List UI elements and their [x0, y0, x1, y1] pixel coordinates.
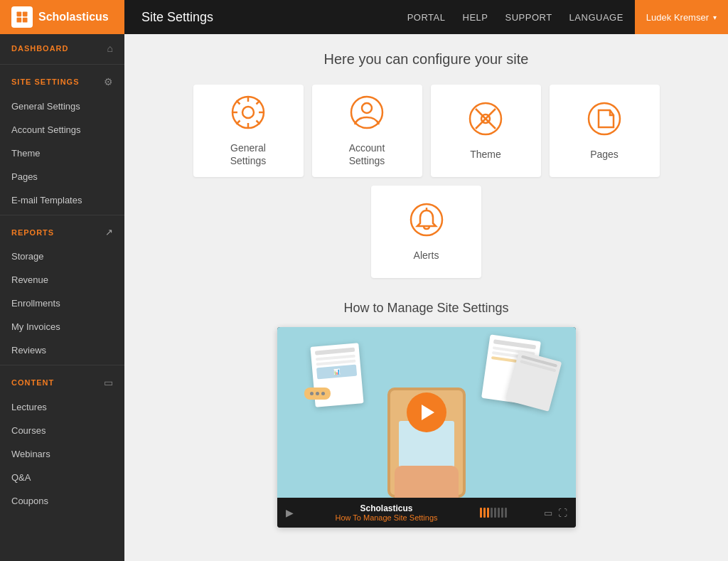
svg-point-5: [242, 107, 254, 118]
content-area: Here you can configure your site: [124, 34, 728, 561]
video-thumbnail: 📊: [277, 327, 576, 498]
app-name: Scholasticus: [38, 11, 109, 23]
settings-cards: GeneralSettings AccountSettings: [141, 85, 711, 278]
card-theme-label: Theme: [470, 148, 501, 161]
video-section-title: How to Manage Site Settings: [141, 301, 711, 316]
progress-bar-5: [494, 508, 496, 518]
sidebar-section-site-settings: SITE SETTINGS ⚙ General Settings Account…: [0, 68, 124, 212]
sidebar-item-coupons[interactable]: Coupons: [0, 489, 124, 513]
video-progress[interactable]: [480, 508, 537, 518]
progress-bar-3: [487, 508, 489, 518]
sidebar-item-reviews[interactable]: Reviews: [0, 338, 124, 362]
card-theme[interactable]: Theme: [431, 85, 541, 177]
card-pages[interactable]: Pages: [550, 85, 660, 177]
divider-2: [0, 215, 124, 215]
sidebar-header-reports[interactable]: REPORTS ↗: [0, 218, 124, 245]
sidebar-item-general-settings[interactable]: General Settings: [0, 95, 124, 118]
card-account-settings[interactable]: AccountSettings: [312, 85, 422, 177]
divider-1: [0, 64, 124, 65]
svg-rect-1: [23, 12, 28, 17]
user-menu[interactable]: Ludek Kremser ▾: [635, 0, 728, 34]
sidebar-item-qa[interactable]: Q&A: [0, 466, 124, 489]
configure-title: Here you can configure your site: [141, 51, 711, 68]
svg-rect-3: [23, 18, 28, 23]
video-subtitle: How To Manage Site Settings: [301, 513, 473, 522]
video-play-button[interactable]: [407, 392, 446, 432]
video-section: How to Manage Site Settings: [141, 301, 711, 528]
sidebar-item-my-invoices[interactable]: My Invoices: [0, 315, 124, 338]
video-fullscreen-icon[interactable]: ⛶: [558, 508, 567, 518]
sidebar-item-enrollments[interactable]: Enrollments: [0, 292, 124, 315]
card-pages-label: Pages: [590, 148, 619, 161]
card-general-settings[interactable]: GeneralSettings: [193, 85, 304, 177]
logo-area: Scholasticus: [0, 0, 124, 34]
sidebar-header-content[interactable]: CONTENT ▭: [0, 368, 124, 395]
top-navbar: Scholasticus Site Settings PORTAL HELP S…: [0, 0, 728, 34]
sidebar-header-dashboard[interactable]: DASHBOARD ⌂: [0, 34, 124, 61]
card-account-settings-label: AccountSettings: [349, 141, 385, 167]
page-title: Site Settings: [141, 10, 213, 24]
user-name: Ludek Kremser: [646, 12, 709, 23]
card-alerts-label: Alerts: [414, 249, 439, 262]
sidebar-header-site-settings[interactable]: SITE SETTINGS ⚙: [0, 68, 124, 95]
sidebar-section-dashboard: DASHBOARD ⌂: [0, 34, 124, 61]
theme-icon: [468, 101, 503, 139]
svg-point-15: [362, 103, 372, 113]
video-info: Scholasticus How To Manage Site Settings: [301, 503, 473, 522]
sidebar-item-webinars[interactable]: Webinars: [0, 442, 124, 466]
main-layout: DASHBOARD ⌂ SITE SETTINGS ⚙ General Sett…: [0, 34, 728, 561]
card-general-settings-label: GeneralSettings: [230, 141, 267, 167]
progress-bar-8: [505, 508, 507, 518]
nav-support[interactable]: SUPPORT: [505, 12, 552, 23]
dashboard-label: DASHBOARD: [11, 44, 69, 53]
sidebar-item-email-templates[interactable]: E-mail Templates: [0, 188, 124, 212]
logo-icon: [11, 6, 33, 28]
sidebar-item-revenue[interactable]: Revenue: [0, 268, 124, 292]
sidebar-item-theme[interactable]: Theme: [0, 141, 124, 165]
nav-help[interactable]: HELP: [463, 12, 488, 23]
video-screen-icon[interactable]: ▭: [544, 508, 552, 518]
video-controls: ▶ Scholasticus How To Manage Site Settin…: [277, 498, 576, 528]
reports-label: REPORTS: [11, 228, 54, 237]
video-container: 📊: [277, 327, 576, 528]
home-icon: ⌂: [107, 43, 113, 54]
user-chevron-icon: ▾: [713, 14, 717, 21]
pages-icon: [587, 101, 622, 139]
video-control-icons: ▭ ⛶: [544, 508, 567, 518]
sidebar-section-reports: REPORTS ↗ Storage Revenue Enrollments My…: [0, 218, 124, 362]
site-settings-label: SITE SETTINGS: [11, 78, 80, 86]
alerts-icon: [409, 202, 444, 240]
nav-portal[interactable]: PORTAL: [407, 12, 446, 23]
sidebar-item-pages[interactable]: Pages: [0, 165, 124, 188]
sidebar-item-lectures[interactable]: Lectures: [0, 395, 124, 419]
progress-bar-7: [501, 508, 503, 518]
gear-icon: ⚙: [104, 76, 113, 87]
video-publisher: Scholasticus: [301, 503, 473, 513]
nav-language[interactable]: LANGUAGE: [569, 12, 623, 23]
account-settings-icon: [349, 95, 385, 133]
page-title-area: Site Settings: [124, 10, 396, 25]
svg-rect-0: [17, 12, 22, 17]
video-play-icon[interactable]: ▶: [286, 507, 294, 518]
progress-bar-4: [491, 508, 493, 518]
progress-bar-1: [480, 508, 482, 518]
divider-3: [0, 365, 124, 365]
svg-point-20: [589, 103, 620, 134]
nav-links: PORTAL HELP SUPPORT LANGUAGE: [396, 12, 635, 23]
chart-icon: ↗: [105, 227, 113, 237]
sidebar-item-courses[interactable]: Courses: [0, 419, 124, 442]
sidebar-section-content: CONTENT ▭ Lectures Courses Webinars Q&A …: [0, 368, 124, 513]
general-settings-icon: [230, 95, 266, 133]
content-icon: ▭: [104, 377, 113, 388]
sidebar-item-storage[interactable]: Storage: [0, 245, 124, 268]
card-alerts[interactable]: Alerts: [371, 186, 481, 278]
sidebar: DASHBOARD ⌂ SITE SETTINGS ⚙ General Sett…: [0, 34, 124, 561]
progress-bar-2: [483, 508, 486, 518]
progress-bar-6: [498, 508, 500, 518]
content-label: CONTENT: [11, 378, 54, 387]
svg-rect-2: [17, 18, 22, 23]
sidebar-item-account-settings[interactable]: Account Settings: [0, 118, 124, 141]
